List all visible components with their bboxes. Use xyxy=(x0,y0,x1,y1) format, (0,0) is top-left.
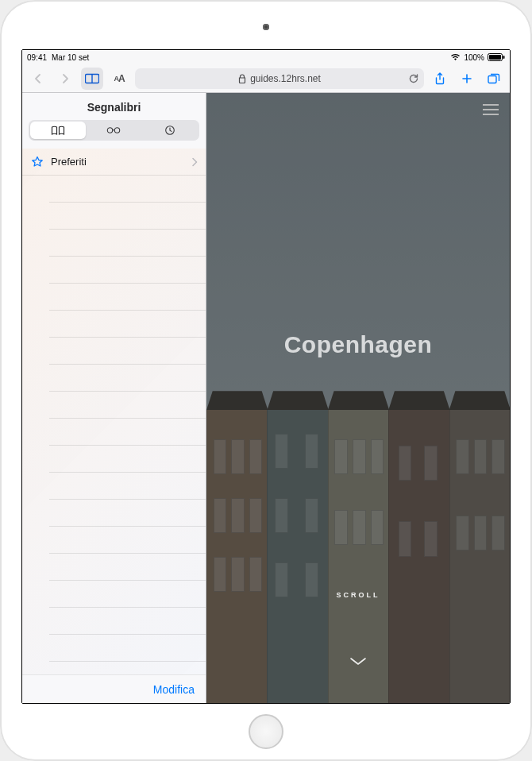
star-icon xyxy=(29,156,46,168)
favorites-folder-row[interactable]: Preferiti xyxy=(22,149,206,176)
front-camera xyxy=(263,24,269,30)
segment-history[interactable] xyxy=(142,122,198,139)
book-icon xyxy=(51,126,65,136)
list-item xyxy=(49,581,206,608)
glasses-icon xyxy=(106,126,121,134)
reader-text-size-button[interactable]: AA xyxy=(108,68,130,90)
list-item xyxy=(49,311,206,338)
home-button[interactable] xyxy=(249,714,283,749)
scroll-label: SCROLL xyxy=(206,591,510,599)
segment-bookmarks[interactable] xyxy=(30,122,86,139)
status-date: Mar 10 set xyxy=(52,53,89,62)
list-item xyxy=(49,365,206,392)
address-url: guides.12hrs.net xyxy=(250,73,321,84)
sidebar-title: Segnalibri xyxy=(22,93,206,120)
list-item xyxy=(49,608,206,635)
new-tab-button[interactable] xyxy=(456,68,478,90)
ipad-device-frame: 09:41 Mar 10 set 100% xyxy=(0,0,532,761)
wifi-icon xyxy=(450,53,461,61)
share-button[interactable] xyxy=(429,68,451,90)
safari-toolbar: AA guides.12hrs.net xyxy=(22,64,510,93)
clock-icon xyxy=(164,125,175,136)
screen: 09:41 Mar 10 set 100% xyxy=(21,49,511,704)
address-bar[interactable]: guides.12hrs.net xyxy=(135,68,424,89)
list-item xyxy=(49,392,206,419)
chevron-right-icon xyxy=(191,157,198,167)
status-bar: 09:41 Mar 10 set 100% xyxy=(22,50,510,64)
webpage-content[interactable]: Copenhagen SCROLL xyxy=(206,93,510,703)
list-item xyxy=(49,635,206,662)
list-item xyxy=(49,446,206,473)
list-item xyxy=(49,230,206,257)
list-item xyxy=(49,527,206,554)
battery-icon xyxy=(488,53,505,61)
edit-button[interactable]: Modifica xyxy=(153,683,195,696)
svg-rect-1 xyxy=(489,55,501,60)
svg-rect-2 xyxy=(503,56,505,59)
back-button[interactable] xyxy=(27,68,49,90)
tabs-button[interactable] xyxy=(483,68,505,90)
list-item xyxy=(49,203,206,230)
svg-point-5 xyxy=(115,128,120,133)
page-headline: Copenhagen xyxy=(206,331,510,358)
list-item xyxy=(49,500,206,527)
list-item xyxy=(49,473,206,500)
reload-button[interactable] xyxy=(408,73,419,84)
chevron-down-icon xyxy=(349,657,367,666)
bookmarks-sidebar-button[interactable] xyxy=(81,68,103,90)
battery-percent: 100% xyxy=(464,53,484,62)
forward-button[interactable] xyxy=(54,68,76,90)
sidebar-segmented-control xyxy=(29,120,199,141)
list-item xyxy=(49,554,206,581)
svg-point-4 xyxy=(108,128,113,133)
bookmarks-list[interactable]: Preferiti xyxy=(22,149,206,674)
list-item xyxy=(49,419,206,446)
list-item xyxy=(49,338,206,365)
favorites-folder-label: Preferiti xyxy=(51,156,87,168)
list-item xyxy=(49,257,206,284)
status-time: 09:41 xyxy=(27,53,47,62)
list-item xyxy=(49,176,206,203)
svg-rect-3 xyxy=(488,75,496,83)
page-menu-button[interactable] xyxy=(483,104,499,115)
bookmarks-sidebar: Segnalibri xyxy=(22,93,206,703)
sidebar-footer: Modifica xyxy=(22,674,206,703)
list-item xyxy=(49,284,206,311)
segment-reading-list[interactable] xyxy=(86,122,141,139)
lock-icon xyxy=(238,74,246,83)
